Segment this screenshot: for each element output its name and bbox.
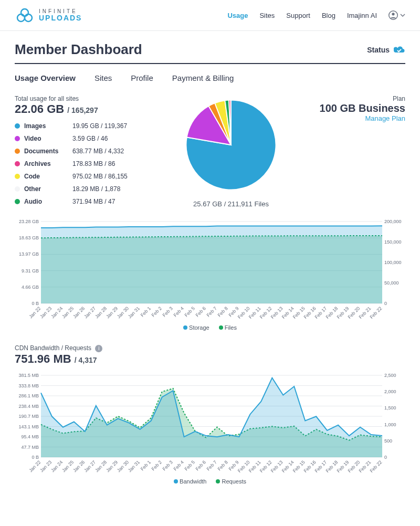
pie-caption: 25.67 GB / 211,911 Files [193, 200, 269, 208]
svg-text:1,000: 1,000 [384, 422, 396, 427]
svg-text:Jan 23: Jan 23 [39, 459, 52, 473]
svg-text:Jan 28: Jan 28 [94, 306, 108, 319]
svg-text:Feb 7: Feb 7 [206, 459, 218, 471]
category-documents: Documents [15, 148, 72, 155]
usage-label: Total usage for all sites [15, 95, 151, 102]
svg-text:Jan 22: Jan 22 [28, 306, 41, 319]
svg-text:381.5 MB: 381.5 MB [18, 373, 39, 378]
svg-text:Jan 26: Jan 26 [72, 459, 86, 473]
svg-text:Jan 30: Jan 30 [116, 459, 130, 473]
svg-text:0 B: 0 B [32, 301, 39, 306]
svg-text:Feb 4: Feb 4 [173, 306, 185, 318]
svg-point-0 [17, 14, 25, 22]
svg-text:4.66 GB: 4.66 GB [22, 285, 39, 290]
svg-text:Feb 5: Feb 5 [184, 459, 196, 471]
svg-text:Feb 5: Feb 5 [184, 306, 196, 318]
svg-text:Feb 3: Feb 3 [162, 306, 174, 318]
plan-label: Plan [311, 95, 405, 102]
svg-text:Feb 3: Feb 3 [162, 459, 174, 471]
svg-text:150,000: 150,000 [384, 239, 402, 245]
cdn-req: 4,317 [79, 356, 97, 364]
topbar: INFINITE UPLOADS Usage Sites Support Blo… [0, 0, 420, 31]
svg-point-4 [392, 13, 394, 15]
svg-text:Jan 29: Jan 29 [105, 459, 119, 473]
cdn-total: 751.96 MB / 4,317 [15, 352, 405, 366]
svg-text:143.1 MB: 143.1 MB [18, 424, 39, 429]
svg-text:Jan 31: Jan 31 [127, 459, 141, 473]
tab-sites[interactable]: Sites [94, 73, 112, 82]
svg-text:Feb 22: Feb 22 [369, 306, 383, 320]
svg-text:13.97 GB: 13.97 GB [19, 251, 39, 257]
info-icon[interactable]: i [95, 345, 102, 352]
legend-files: Files [219, 324, 237, 331]
tabs: Usage Overview Sites Profile Payment & B… [15, 73, 405, 82]
svg-text:Feb 8: Feb 8 [217, 459, 229, 471]
svg-text:Feb 8: Feb 8 [217, 306, 229, 318]
svg-text:200,000: 200,000 [384, 219, 402, 224]
svg-point-2 [21, 9, 28, 16]
category-value: 371.94 MB / 47 [72, 198, 151, 205]
svg-text:2,000: 2,000 [384, 389, 396, 394]
svg-text:Jan 25: Jan 25 [61, 306, 75, 319]
nav-support[interactable]: Support [286, 12, 310, 19]
svg-text:Jan 24: Jan 24 [50, 459, 64, 473]
tab-overview[interactable]: Usage Overview [15, 73, 76, 82]
nav-usage[interactable]: Usage [227, 12, 248, 19]
nav-blog[interactable]: Blog [322, 12, 335, 19]
svg-text:23.28 GB: 23.28 GB [19, 219, 39, 224]
svg-text:0: 0 [384, 455, 387, 460]
svg-text:0: 0 [384, 301, 387, 306]
svg-text:Jan 23: Jan 23 [39, 306, 52, 319]
pie-chart [181, 95, 281, 195]
svg-text:1,500: 1,500 [384, 405, 396, 411]
svg-text:Jan 24: Jan 24 [50, 306, 64, 319]
nav-sites[interactable]: Sites [259, 12, 275, 19]
page-title: Member Dashboard [15, 41, 142, 58]
svg-text:Jan 25: Jan 25 [61, 459, 75, 473]
user-menu[interactable] [388, 10, 405, 20]
logo[interactable]: INFINITE UPLOADS [15, 7, 82, 23]
svg-text:2,500: 2,500 [384, 373, 396, 378]
svg-text:47.7 MB: 47.7 MB [21, 444, 39, 449]
logo-text: INFINITE UPLOADS [39, 9, 82, 22]
svg-text:500: 500 [384, 438, 392, 443]
svg-text:Feb 4: Feb 4 [173, 459, 185, 471]
nav-imajinn[interactable]: Imajinn AI [347, 12, 377, 19]
svg-text:Jan 29: Jan 29 [105, 306, 119, 319]
svg-text:95.4 MB: 95.4 MB [21, 434, 39, 439]
usage-overview: Total usage for all sites 22.06 GB / 165… [15, 95, 405, 208]
tab-profile[interactable]: Profile [131, 73, 153, 82]
chevron-down-icon [400, 13, 405, 18]
usage-count: 165,297 [71, 106, 98, 114]
svg-text:18.63 GB: 18.63 GB [19, 235, 39, 240]
category-value: 178.83 MB / 86 [72, 160, 151, 167]
svg-text:Jan 22: Jan 22 [28, 459, 41, 473]
status[interactable]: Status [367, 46, 405, 54]
svg-text:238.4 MB: 238.4 MB [18, 403, 39, 408]
svg-text:Jan 30: Jan 30 [116, 306, 130, 319]
plan-name: 100 GB Business [311, 102, 405, 114]
svg-text:190.7 MB: 190.7 MB [18, 414, 39, 419]
user-icon [388, 10, 398, 20]
svg-text:Feb 2: Feb 2 [151, 306, 163, 318]
manage-plan-link[interactable]: Manage Plan [311, 114, 405, 122]
legend-storage: Storage [183, 324, 209, 331]
category-value: 638.77 MB / 4,332 [72, 148, 151, 155]
svg-text:333.8 MB: 333.8 MB [18, 383, 39, 388]
svg-text:Jan 27: Jan 27 [83, 459, 97, 473]
svg-point-1 [25, 14, 32, 22]
svg-text:Feb 7: Feb 7 [206, 306, 218, 318]
svg-text:286.1 MB: 286.1 MB [18, 393, 39, 398]
legend-bandwidth: Bandwidth [174, 478, 206, 485]
svg-text:50,000: 50,000 [384, 280, 399, 286]
tab-billing[interactable]: Payment & Billing [172, 73, 234, 82]
svg-text:Feb 1: Feb 1 [140, 306, 152, 318]
svg-text:100,000: 100,000 [384, 260, 402, 265]
category-images: Images [15, 122, 72, 130]
svg-text:Jan 28: Jan 28 [94, 459, 108, 473]
svg-text:Feb 2: Feb 2 [151, 459, 163, 471]
svg-text:9.31 GB: 9.31 GB [22, 268, 39, 273]
category-value: 19.95 GB / 119,367 [72, 122, 151, 130]
logo-icon [15, 7, 35, 23]
svg-text:Jan 27: Jan 27 [83, 306, 97, 319]
